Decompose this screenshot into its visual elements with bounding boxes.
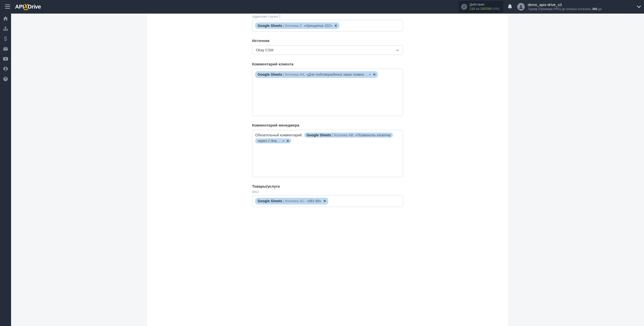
- actions-counter[interactable]: i Действия: 216 из 100'000 (0%): [459, 1, 503, 13]
- menu-button[interactable]: [3, 3, 12, 11]
- sidebar-video[interactable]: [0, 54, 11, 64]
- close-icon[interactable]: ✕: [322, 199, 326, 203]
- sidebar-briefcase[interactable]: [0, 44, 11, 54]
- logo-part-drive: Drive: [28, 4, 41, 10]
- svg-rect-1: [5, 27, 6, 28]
- sidebar-connections[interactable]: [0, 24, 11, 34]
- user-menu[interactable]: demo_apix-drive_s3 Тариф |Премиум PRO| д…: [517, 3, 602, 11]
- main-content: Адресная строка 2 Google Sheets | Колонк…: [11, 14, 644, 326]
- logo-part-api: API: [15, 4, 24, 10]
- goods-sku-tag[interactable]: Google Sheets | Колонка AC: «991-89» ✕: [255, 198, 328, 204]
- logo[interactable]: API X Drive: [15, 4, 41, 10]
- notifications-button[interactable]: [508, 4, 512, 10]
- sidebar: [0, 14, 11, 326]
- manager-comment-prefix: Обязательный комментарий:: [255, 133, 304, 137]
- client-comment-input[interactable]: Google Sheets | Колонка AA: «Для подтвер…: [252, 69, 403, 116]
- address2-sublabel: Адресная строка 2: [252, 15, 403, 18]
- close-icon[interactable]: ✕: [285, 139, 289, 143]
- actions-of: из: [476, 7, 479, 11]
- user-tariff-line: Тариф |Премиум PRO| до оплаты осталось 3…: [528, 7, 602, 11]
- source-label: Источник: [252, 38, 403, 43]
- field-address2: Адресная строка 2 Google Sheets | Колонк…: [252, 15, 403, 31]
- source-select[interactable]: Okay CSM: [252, 45, 403, 55]
- svg-rect-3: [5, 29, 6, 31]
- field-manager-comment: Комментарий менеджера Обязательный комме…: [252, 123, 403, 177]
- avatar-icon: [517, 3, 525, 11]
- sidebar-account[interactable]: [0, 64, 11, 74]
- actions-count: 216: [470, 7, 475, 11]
- actions-label: Действия:: [470, 3, 500, 7]
- info-icon: i: [461, 4, 467, 10]
- client-comment-label: Комментарий клиента: [252, 62, 403, 66]
- svg-point-11: [5, 80, 6, 80]
- field-source: Источник Okay CSM: [252, 38, 403, 55]
- goods-label: Товары/услуги: [252, 184, 403, 188]
- chevron-down-icon[interactable]: [637, 5, 641, 9]
- source-selected: Okay CSM: [256, 48, 273, 52]
- manager-comment-label: Комментарий менеджера: [252, 123, 403, 127]
- close-icon[interactable]: ✕: [333, 24, 337, 28]
- actions-max: 100'000: [480, 7, 492, 11]
- client-comment-tag[interactable]: Google Sheets | Колонка AA: «Для подтвер…: [255, 71, 378, 78]
- field-goods: Товары/услуги SKU Google Sheets | Колонк…: [252, 184, 403, 207]
- svg-point-0: [520, 5, 522, 7]
- actions-text: Действия: 216 из 100'000 (0%): [470, 3, 500, 11]
- close-icon[interactable]: ✕: [372, 72, 376, 76]
- app-header: API X Drive i Действия: 216 из 100'000 (…: [0, 0, 644, 14]
- goods-sublabel: SKU: [252, 190, 403, 194]
- user-name: demo_apix-drive_s3: [528, 3, 602, 7]
- svg-rect-5: [3, 48, 8, 51]
- svg-point-9: [5, 67, 6, 69]
- manager-comment-input[interactable]: Обязательный комментарий: Google Sheets …: [252, 130, 403, 177]
- address2-tag[interactable]: Google Sheets | Колонка Z: «Хрещатик 222…: [255, 22, 339, 29]
- logo-part-x: X: [24, 4, 28, 10]
- svg-rect-2: [3, 29, 5, 31]
- form-panel: Адресная строка 2 Google Sheets | Колонк…: [146, 14, 509, 326]
- sidebar-help[interactable]: [0, 74, 11, 84]
- chevron-down-icon: [396, 48, 399, 52]
- sidebar-home[interactable]: [0, 14, 11, 24]
- field-client-comment: Комментарий клиента Google Sheets | Коло…: [252, 62, 403, 116]
- address2-input[interactable]: Google Sheets | Колонка Z: «Хрещатик 222…: [252, 20, 403, 31]
- svg-rect-6: [3, 49, 8, 49]
- sidebar-billing[interactable]: [0, 34, 11, 44]
- goods-sku-input[interactable]: Google Sheets | Колонка AC: «991-89» ✕: [252, 195, 403, 207]
- actions-pct: (0%): [493, 7, 500, 11]
- svg-rect-4: [7, 29, 8, 31]
- user-text: demo_apix-drive_s3 Тариф |Премиум PRO| д…: [528, 3, 602, 11]
